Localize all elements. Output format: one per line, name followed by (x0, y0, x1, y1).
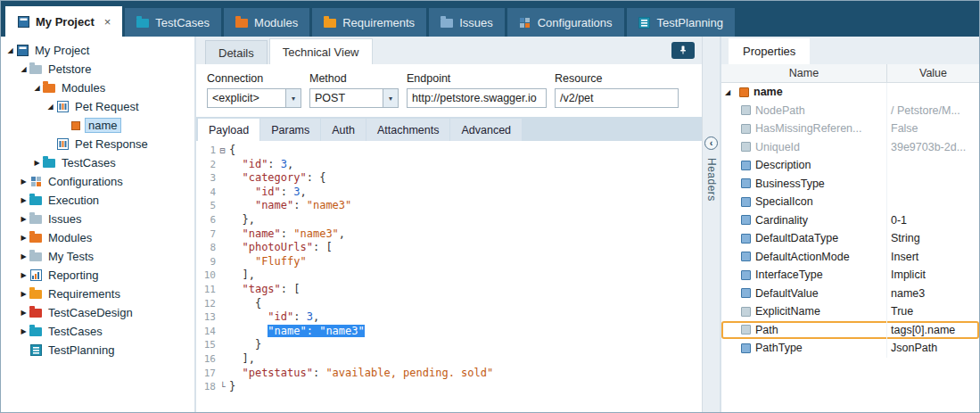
property-row-explicitname[interactable]: ExplicitNameTrue (721, 302, 979, 321)
expander-icon[interactable]: ▶ (18, 178, 29, 186)
expander-icon[interactable]: ▶ (18, 271, 29, 279)
expander-icon[interactable]: ▶ (18, 215, 29, 223)
tree-item-reporting[interactable]: ▶Reporting (1, 266, 194, 285)
subtab-advanced[interactable]: Advanced (450, 119, 522, 141)
tab-label: TestCases (155, 16, 210, 29)
tree-item-my-project[interactable]: ◢My Project (1, 41, 194, 60)
subtab-auth[interactable]: Auth (321, 119, 366, 141)
tree-item-testcases[interactable]: ▶TestCases (1, 153, 194, 172)
tree-item-name[interactable]: name (1, 116, 194, 135)
collapse-chevron-icon[interactable]: ‹ (704, 136, 718, 150)
tab-properties[interactable]: Properties (729, 38, 810, 64)
code-line[interactable]: 11 "tags": [ (196, 283, 702, 297)
code-line[interactable]: 2 "id": 3, (196, 158, 702, 172)
fold-marker-icon[interactable]: └ (216, 380, 229, 394)
code-line[interactable]: 18└} (196, 380, 702, 394)
property-row-defaultdatatype[interactable]: DefaultDataTypeString (721, 229, 979, 248)
tab-modules[interactable]: Modules (224, 8, 309, 37)
tree-item-configurations[interactable]: ▶Configurations (1, 172, 194, 191)
chevron-down-icon[interactable]: ▾ (383, 89, 398, 107)
tree-item-issues[interactable]: ▶Issues (1, 210, 194, 228)
property-row-uniqueid[interactable]: UniqueId39e9703b-2d... (721, 138, 979, 157)
property-row-interfacetype[interactable]: InterfaceTypeImplicit (721, 266, 979, 285)
tab-testplanning[interactable]: TestPlanning (627, 8, 735, 37)
code-line[interactable]: 10 ], (196, 268, 702, 283)
method-select[interactable]: POST ▾ (309, 88, 399, 108)
tree-item-my-tests[interactable]: ▶My Tests (1, 247, 194, 266)
code-line[interactable]: 14 "name": "name3" (196, 325, 702, 339)
expander-icon[interactable]: ▶ (31, 159, 43, 167)
code-line[interactable]: 5 "name": "name3" (196, 199, 702, 213)
code-line[interactable]: 7 "name": "name3", (196, 227, 702, 242)
code-line[interactable]: 15 } (196, 338, 702, 352)
tree-item-testplanning[interactable]: TestPlanning (1, 341, 194, 359)
property-row-path[interactable]: Pathtags[0].name (721, 321, 979, 340)
tab-details[interactable]: Details (205, 40, 268, 64)
expander-icon[interactable]: ▶ (18, 327, 29, 335)
expander-icon[interactable]: ▶ (18, 309, 29, 317)
tree-item-requirements[interactable]: ▶Requirements (1, 285, 194, 303)
property-row-description[interactable]: Description (721, 156, 979, 175)
property-name: SpecialIcon (755, 195, 813, 208)
expander-icon[interactable]: ▶ (18, 290, 29, 298)
subtab-payload[interactable]: Payload (198, 119, 259, 141)
expander-icon[interactable]: ◢ (725, 88, 735, 96)
property-row-cardinality[interactable]: Cardinality0-1 (721, 211, 979, 230)
tab-technical-view[interactable]: Technical View (269, 38, 373, 64)
endpoint-input[interactable]: http://petstore.swagger.io (407, 88, 547, 108)
folder-icon (29, 309, 42, 318)
property-row-nodepath[interactable]: NodePath/ Petstore/M... (721, 102, 979, 120)
headers-tab-label[interactable]: Headers (705, 158, 718, 202)
code-line[interactable]: 8 "photoUrls": [ (196, 241, 702, 255)
payload-editor[interactable]: 1⊟{2 "id": 3,3 "category": {4 "id": 3,5 … (196, 141, 702, 412)
code-line[interactable]: 12 { (196, 297, 702, 311)
tree-item-petstore[interactable]: ◢Petstore (1, 60, 194, 78)
tree-item-modules[interactable]: ▶Modules (1, 228, 194, 247)
code-line[interactable]: 3 "category": { (196, 171, 702, 186)
close-icon[interactable]: × (104, 15, 111, 29)
tab-issues[interactable]: Issues (429, 8, 505, 37)
code-line[interactable]: 9 "Fluffy" (196, 255, 702, 269)
tree-item-pet-response[interactable]: Pet Response (1, 135, 194, 153)
tree-item-testcasedesign[interactable]: ▶TestCaseDesign (1, 303, 194, 322)
column-header-value[interactable]: Value (887, 64, 979, 82)
fold-marker-icon[interactable]: ⊟ (216, 144, 229, 158)
expander-icon[interactable]: ◢ (18, 65, 29, 73)
tab-my-project[interactable]: My Project× (5, 6, 122, 37)
tree-item-execution[interactable]: ▶Execution (1, 191, 194, 210)
subtab-params[interactable]: Params (260, 119, 320, 141)
code-line[interactable]: 16 ], (196, 352, 702, 367)
tab-configurations[interactable]: Configurations (507, 8, 624, 37)
pin-button[interactable] (671, 42, 695, 59)
code-line[interactable]: 13 "id": 3, (196, 310, 702, 325)
expander-icon[interactable]: ▶ (18, 196, 29, 204)
tab-requirements[interactable]: Requirements (312, 8, 426, 37)
property-row-defaultactionmode[interactable]: DefaultActionModeInsert (721, 248, 979, 267)
code-line[interactable]: 17 "petstatus": "available, pending. sol… (196, 367, 702, 381)
expander-icon[interactable]: ▶ (18, 252, 29, 260)
connection-select[interactable]: <explicit> ▾ (207, 88, 301, 108)
code-line[interactable]: 4 "id": 3, (196, 186, 702, 200)
line-number: 16 (196, 352, 216, 367)
property-row-specialicon[interactable]: SpecialIcon (721, 193, 979, 211)
expander-icon[interactable]: ◢ (45, 103, 56, 111)
property-row-pathtype[interactable]: PathTypeJsonPath (721, 339, 979, 358)
property-row-businesstype[interactable]: BusinessType (721, 175, 979, 194)
expander-icon[interactable]: ▶ (18, 234, 29, 242)
subtab-attachments[interactable]: Attachments (366, 119, 449, 141)
tree-item-testcases[interactable]: ▶TestCases (1, 322, 194, 341)
tree-item-label: TestCases (58, 155, 119, 170)
chevron-down-icon[interactable]: ▾ (285, 89, 301, 107)
tab-testcases[interactable]: TestCases (125, 8, 221, 37)
tree-item-modules[interactable]: ◢Modules (1, 78, 194, 97)
column-header-name[interactable]: Name (721, 64, 887, 82)
property-row-defaultvalue[interactable]: DefaultValuename3 (721, 285, 979, 303)
code-line[interactable]: 6 }, (196, 213, 702, 227)
tree-item-pet-request[interactable]: ◢Pet Request (1, 97, 194, 116)
resource-input[interactable]: /v2/pet (555, 88, 679, 108)
property-row-name[interactable]: ◢name (721, 83, 979, 102)
property-row-hasmissingreferen[interactable]: HasMissingReferen...False (721, 120, 979, 138)
expander-icon[interactable]: ◢ (31, 84, 43, 92)
expander-icon[interactable]: ◢ (4, 46, 16, 54)
code-line[interactable]: 1⊟{ (196, 144, 702, 158)
